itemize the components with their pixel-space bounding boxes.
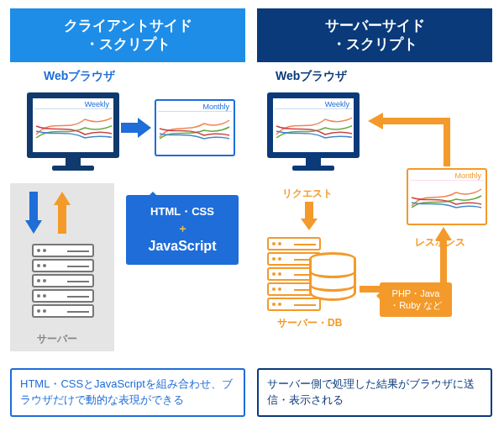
speech-line2: JavaScript — [131, 236, 234, 256]
speech-line1: HTML・CSS — [131, 203, 234, 220]
arrow-down-icon — [25, 192, 42, 235]
server-header: サーバーサイド ・スクリプト — [257, 8, 492, 62]
response-label: レスポンス — [415, 235, 465, 250]
arrow-right-icon — [121, 118, 153, 138]
browser-main-left: Weekly — [27, 92, 119, 171]
database-icon — [309, 252, 356, 303]
speech-plus: ＋ — [131, 220, 234, 237]
server-icon — [32, 244, 94, 319]
client-side-panel: クライアントサイド ・スクリプト Webブラウザ Weekly Monthly … — [10, 8, 245, 420]
server-side-panel: サーバーサイド ・スクリプト Webブラウザ Weekly Monthly リク… — [257, 8, 492, 420]
arrow-request-icon — [301, 202, 318, 232]
arrow-response-icon — [365, 108, 457, 170]
lang-callout: PHP・Java ・Ruby など — [380, 282, 452, 317]
caption-right: サーバー側で処理した結果がブラウザに送信・表示される — [257, 368, 492, 417]
tab-weekly-r: Weekly — [275, 100, 352, 109]
tab-monthly: Monthly — [158, 103, 232, 112]
browser-small-left: Monthly — [155, 99, 235, 156]
browser-label-left: Webブラウザ — [44, 69, 245, 84]
browser-label-right: Webブラウザ — [276, 69, 492, 84]
server-label: サーバー — [37, 332, 77, 346]
request-label: リクエスト — [282, 187, 333, 201]
tech-callout: HTML・CSS ＋ JavaScript — [126, 195, 239, 265]
server-area: サーバー — [10, 183, 114, 351]
tab-weekly: Weekly — [34, 100, 112, 109]
caption-left: HTML・CSSとJavaScriptを組み合わせ、ブラウザだけで動的な表現がで… — [10, 368, 245, 417]
chart-icon — [34, 109, 112, 145]
browser-main-right: Weekly — [267, 92, 360, 171]
chart-icon — [410, 181, 484, 216]
client-header: クライアントサイド ・スクリプト — [10, 8, 245, 62]
browser-small-right: Monthly — [407, 168, 487, 225]
server-db-label: サーバー・DB — [277, 316, 342, 330]
chart-icon — [158, 112, 232, 147]
tab-monthly-r: Monthly — [410, 171, 484, 181]
chart-icon — [275, 109, 352, 145]
arrow-up-icon — [54, 192, 71, 235]
